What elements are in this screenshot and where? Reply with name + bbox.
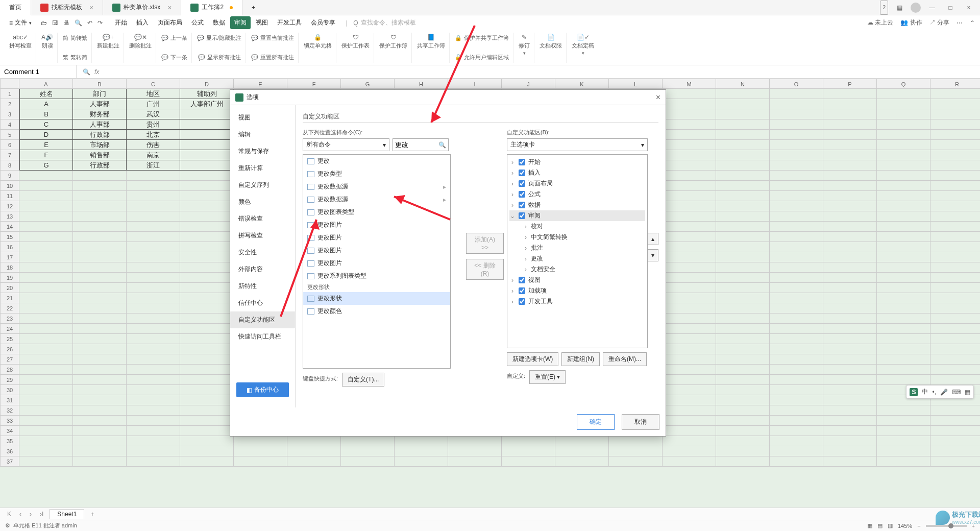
cell[interactable]	[823, 385, 877, 395]
close-icon[interactable]: ×	[167, 4, 172, 12]
cell[interactable]	[127, 395, 180, 405]
cell[interactable]	[930, 303, 980, 313]
cell[interactable]	[19, 365, 73, 375]
cell[interactable]	[877, 262, 930, 273]
cell[interactable]	[770, 273, 823, 283]
read-aloud-button[interactable]: A🔊朗读	[41, 34, 53, 50]
cell[interactable]	[663, 242, 716, 252]
view-break-icon[interactable]: ▥	[888, 522, 893, 529]
cell[interactable]	[663, 283, 716, 293]
cell[interactable]	[127, 456, 180, 467]
cell[interactable]	[716, 446, 770, 456]
ime-mic-icon[interactable]: 🎤	[940, 389, 948, 396]
cell[interactable]	[823, 130, 877, 140]
command-item[interactable]: 更改	[303, 155, 450, 167]
cell[interactable]	[823, 89, 877, 99]
cell[interactable]	[663, 160, 716, 171]
row-header[interactable]: 8	[0, 160, 19, 171]
cell[interactable]	[73, 222, 127, 232]
cell[interactable]	[73, 191, 127, 201]
tab-file-2[interactable]: 工作簿2	[181, 0, 242, 15]
command-item[interactable]: 更改数据源▸	[303, 180, 450, 193]
cell[interactable]: 市场部	[73, 140, 127, 150]
cell[interactable]	[930, 109, 980, 119]
cell[interactable]	[180, 375, 234, 385]
cell[interactable]	[19, 405, 73, 416]
cell[interactable]	[73, 344, 127, 354]
cell[interactable]	[930, 375, 980, 385]
cell[interactable]	[663, 191, 716, 201]
row-header[interactable]: 33	[0, 416, 19, 426]
cell[interactable]	[770, 354, 823, 365]
command-item[interactable]: 更改系列图表类型	[303, 270, 450, 282]
cell[interactable]	[73, 252, 127, 262]
col-header[interactable]: A	[19, 79, 73, 89]
cell[interactable]	[716, 242, 770, 252]
cell[interactable]	[180, 119, 234, 130]
chevron-up-icon[interactable]: ⌃	[970, 19, 975, 27]
cell[interactable]: A	[19, 99, 73, 109]
tree-label[interactable]: 公式	[528, 190, 541, 199]
spellcheck-button[interactable]: abc✓拼写检查	[9, 34, 32, 50]
cell[interactable]	[127, 446, 180, 456]
cell[interactable]	[663, 395, 716, 405]
tree-checkbox[interactable]	[519, 191, 525, 198]
cell[interactable]	[823, 160, 877, 171]
preview-icon[interactable]: 🔍	[75, 19, 82, 27]
cell[interactable]	[287, 446, 341, 456]
cell[interactable]	[716, 109, 770, 119]
sheet-tab[interactable]: Sheet1	[50, 509, 84, 519]
command-item[interactable]: 更改颜色	[303, 305, 450, 318]
command-item[interactable]: 更改图片	[303, 231, 450, 244]
tab-file-1[interactable]: 种类单价.xlsx×	[103, 0, 181, 15]
row-header[interactable]: 17	[0, 252, 19, 262]
tree-node[interactable]: ›校对	[509, 221, 645, 232]
cell[interactable]	[930, 222, 980, 232]
cell[interactable]	[127, 262, 180, 273]
cell[interactable]	[395, 436, 448, 446]
move-up-button[interactable]: ▴	[647, 233, 658, 245]
cell[interactable]	[502, 446, 555, 456]
cell[interactable]	[716, 436, 770, 446]
tree-label[interactable]: 数据	[528, 201, 541, 209]
cell[interactable]	[180, 385, 234, 395]
cell[interactable]: 伤害	[127, 140, 180, 150]
share-book[interactable]: 📘共享工作簿	[417, 34, 445, 50]
cell[interactable]	[930, 211, 980, 222]
sidebar-item[interactable]: 新特性	[230, 278, 295, 295]
row-header[interactable]: 11	[0, 191, 19, 201]
minimize-icon[interactable]: —	[925, 1, 939, 15]
cell[interactable]: 销售部	[73, 150, 127, 160]
expand-icon[interactable]: ›	[509, 287, 516, 295]
cell[interactable]	[877, 303, 930, 313]
cell[interactable]	[716, 273, 770, 283]
cell[interactable]	[716, 405, 770, 416]
cell[interactable]	[770, 283, 823, 293]
row-header[interactable]: 31	[0, 395, 19, 405]
cell[interactable]	[930, 242, 980, 252]
cell[interactable]	[930, 324, 980, 334]
cell[interactable]	[823, 303, 877, 313]
cell[interactable]	[716, 89, 770, 99]
move-down-button[interactable]: ▾	[647, 249, 658, 261]
tree-checkbox[interactable]	[519, 159, 525, 165]
cell[interactable]	[877, 140, 930, 150]
col-header[interactable]: O	[770, 79, 823, 89]
row-header[interactable]: 36	[0, 446, 19, 456]
expand-icon[interactable]: ›	[523, 223, 529, 230]
cell[interactable]	[716, 140, 770, 150]
row-header[interactable]: 15	[0, 232, 19, 242]
menu-审阅[interactable]: 审阅	[230, 16, 251, 29]
command-item[interactable]: 更改形状	[303, 292, 450, 305]
sheet-prev[interactable]: ‹	[17, 511, 23, 518]
cell[interactable]	[823, 222, 877, 232]
row-header[interactable]: 27	[0, 354, 19, 365]
cell[interactable]	[180, 130, 234, 140]
cell[interactable]	[877, 456, 930, 467]
ime-punct-icon[interactable]: •,	[932, 389, 936, 396]
cell[interactable]	[555, 436, 609, 446]
menu-数据[interactable]: 数据	[209, 16, 229, 29]
menu-公式[interactable]: 公式	[187, 16, 208, 29]
cell[interactable]	[930, 273, 980, 283]
cell[interactable]	[663, 181, 716, 191]
